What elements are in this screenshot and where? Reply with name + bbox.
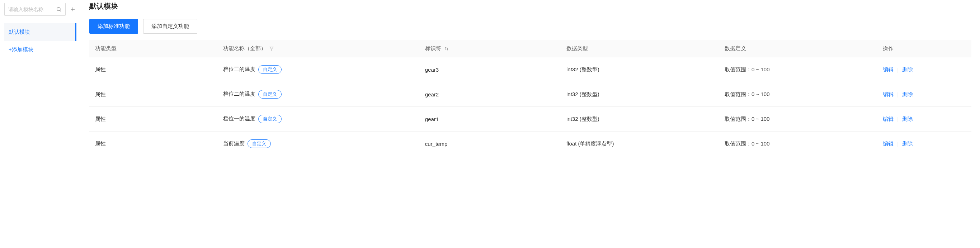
cell-identifier-text: cur_temp: [425, 141, 448, 147]
add-module-label: +添加模块: [9, 46, 33, 52]
delete-link[interactable]: 删除: [902, 66, 913, 73]
cell-data-def-text: 取值范围：0 ~ 100: [725, 116, 770, 122]
cell-identifier: gear3: [419, 57, 561, 82]
action-divider: |: [897, 67, 899, 73]
th-data-type-label: 数据类型: [566, 45, 588, 51]
edit-link[interactable]: 编辑: [883, 66, 894, 73]
cell-data-type: int32 (整数型): [561, 82, 719, 107]
cell-data-type-text: float (单精度浮点型): [566, 140, 614, 146]
edit-link[interactable]: 编辑: [883, 91, 894, 98]
edit-link[interactable]: 编辑: [883, 140, 894, 147]
cell-data-def-text: 取值范围：0 ~ 100: [725, 66, 770, 72]
table-row: 属性当前温度自定义cur_tempfloat (单精度浮点型)取值范围：0 ~ …: [89, 132, 971, 156]
cell-data-def-text: 取值范围：0 ~ 100: [725, 91, 770, 97]
table-row: 属性档位三的温度自定义gear3int32 (整数型)取值范围：0 ~ 100 …: [89, 57, 971, 82]
cell-type: 属性: [89, 57, 217, 82]
action-links: 编辑 | 删除: [883, 91, 966, 98]
sort-icon[interactable]: [444, 46, 449, 51]
delete-link[interactable]: 删除: [902, 140, 913, 147]
cell-identifier: gear2: [419, 82, 561, 107]
action-divider: |: [897, 91, 899, 97]
page-title: 默认模块: [89, 2, 971, 11]
table-header-row: 功能类型 功能名称（全部） 标识符: [89, 40, 971, 57]
plus-icon[interactable]: [69, 6, 76, 13]
cell-data-type: int32 (整数型): [561, 107, 719, 132]
cell-type-text: 属性: [95, 91, 106, 97]
cell-data-type-text: int32 (整数型): [566, 66, 600, 72]
cell-data-def: 取值范围：0 ~ 100: [719, 57, 877, 82]
th-identifier[interactable]: 标识符: [419, 40, 561, 57]
cell-name: 当前温度自定义: [217, 132, 419, 156]
sidebar-item-default-module[interactable]: 默认模块: [4, 23, 76, 41]
cell-identifier-text: gear1: [425, 116, 439, 122]
sidebar-item-label: 默认模块: [9, 29, 30, 35]
cell-type-text: 属性: [95, 116, 106, 122]
cell-ops: 编辑 | 删除: [877, 132, 971, 156]
th-identifier-label: 标识符: [425, 45, 441, 52]
search-input[interactable]: [8, 6, 56, 12]
th-type: 功能类型: [89, 40, 217, 57]
module-list: 默认模块 +添加模块: [4, 23, 76, 58]
action-links: 编辑 | 删除: [883, 116, 966, 122]
cell-type: 属性: [89, 82, 217, 107]
cell-name: 档位二的温度自定义: [217, 82, 419, 107]
delete-link[interactable]: 删除: [902, 91, 913, 98]
add-module-link[interactable]: +添加模块: [4, 41, 76, 58]
action-divider: |: [897, 141, 899, 147]
cell-ops: 编辑 | 删除: [877, 107, 971, 132]
main-content: 默认模块 添加标准功能 添加自定义功能 功能类型 功能名称（全部）: [81, 0, 980, 248]
custom-tag: 自定义: [258, 90, 282, 99]
table-row: 属性档位二的温度自定义gear2int32 (整数型)取值范围：0 ~ 100 …: [89, 82, 971, 107]
cell-name-text: 档位二的温度: [223, 91, 255, 97]
cell-identifier-text: gear3: [425, 67, 439, 73]
action-links: 编辑 | 删除: [883, 140, 966, 147]
cell-type: 属性: [89, 107, 217, 132]
cell-data-type-text: int32 (整数型): [566, 116, 600, 122]
action-links: 编辑 | 删除: [883, 66, 966, 73]
cell-data-def-text: 取值范围：0 ~ 100: [725, 140, 770, 146]
cell-name: 档位三的温度自定义: [217, 57, 419, 82]
th-ops-label: 操作: [883, 45, 894, 51]
cell-ops: 编辑 | 删除: [877, 57, 971, 82]
cell-name-text: 档位三的温度: [223, 66, 255, 72]
add-standard-button[interactable]: 添加标准功能: [89, 19, 138, 34]
delete-link[interactable]: 删除: [902, 116, 913, 122]
sidebar: 默认模块 +添加模块: [0, 0, 81, 248]
cell-ops: 编辑 | 删除: [877, 82, 971, 107]
cell-identifier: cur_temp: [419, 132, 561, 156]
cell-name-text: 当前温度: [223, 140, 245, 146]
cell-data-def: 取值范围：0 ~ 100: [719, 107, 877, 132]
custom-tag: 自定义: [258, 115, 282, 123]
action-divider: |: [897, 116, 899, 122]
cell-type-text: 属性: [95, 66, 106, 72]
th-data-type: 数据类型: [561, 40, 719, 57]
custom-tag: 自定义: [258, 65, 282, 74]
th-name[interactable]: 功能名称（全部）: [217, 40, 419, 57]
search-box[interactable]: [4, 3, 66, 16]
th-ops: 操作: [877, 40, 971, 57]
cell-type-text: 属性: [95, 140, 106, 146]
th-name-label: 功能名称（全部）: [223, 45, 266, 52]
filter-icon[interactable]: [269, 46, 274, 51]
th-type-label: 功能类型: [95, 45, 116, 51]
cell-data-type-text: int32 (整数型): [566, 91, 600, 97]
svg-line-1: [60, 10, 61, 11]
search-icon: [56, 6, 62, 12]
add-custom-button[interactable]: 添加自定义功能: [143, 19, 197, 34]
cell-data-def: 取值范围：0 ~ 100: [719, 82, 877, 107]
cell-data-def: 取值范围：0 ~ 100: [719, 132, 877, 156]
custom-tag: 自定义: [248, 140, 271, 148]
cell-name: 档位一的温度自定义: [217, 107, 419, 132]
button-row: 添加标准功能 添加自定义功能: [89, 19, 971, 34]
th-data-def: 数据定义: [719, 40, 877, 57]
cell-identifier-text: gear2: [425, 91, 439, 97]
cell-data-type: float (单精度浮点型): [561, 132, 719, 156]
cell-type: 属性: [89, 132, 217, 156]
edit-link[interactable]: 编辑: [883, 116, 894, 122]
cell-name-text: 档位一的温度: [223, 115, 255, 121]
th-data-def-label: 数据定义: [725, 45, 746, 51]
table-row: 属性档位一的温度自定义gear1int32 (整数型)取值范围：0 ~ 100 …: [89, 107, 971, 132]
cell-identifier: gear1: [419, 107, 561, 132]
search-row: [4, 3, 76, 16]
cell-data-type: int32 (整数型): [561, 57, 719, 82]
